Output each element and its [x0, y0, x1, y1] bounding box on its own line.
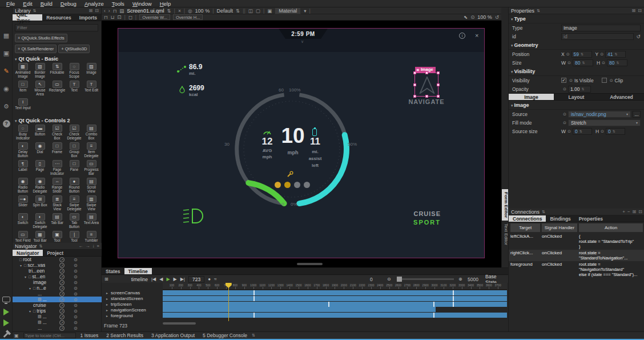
export-icon[interactable]: ↗	[59, 280, 65, 285]
resize-handle-s[interactable]	[425, 95, 428, 98]
export-icon[interactable]: ↗	[59, 257, 65, 262]
library-component-mouse-area[interactable]: ↖ Mouse Area	[31, 81, 49, 98]
export-icon[interactable]: ↗	[59, 320, 65, 325]
library-component-dial[interactable]: ◉ Dial	[31, 142, 49, 159]
output-pane-2-search-results[interactable]: 2 Search Results	[106, 333, 143, 338]
canvas-close-icon[interactable]: ×	[475, 32, 478, 39]
export-icon[interactable]: ↗	[59, 297, 65, 302]
build-button[interactable]	[0, 328, 13, 340]
expander-icon[interactable]: ▸	[106, 314, 111, 318]
navigator-item-scr-vas[interactable]: ▾□ scr...vas ↗ ⊙	[13, 262, 102, 268]
library-component-group-box[interactable]: □ Group Box	[66, 142, 83, 159]
library-component-text[interactable]: T Text	[66, 81, 83, 98]
keyframe-mark[interactable]	[253, 290, 255, 295]
navigator-item-n-e[interactable]: ▾□ n...e ↗ ⊙	[13, 285, 102, 291]
visibility-eye-icon[interactable]: ⊙	[74, 269, 78, 274]
library-component-focus-scope[interactable]: ◌ Focus Scope	[66, 63, 83, 80]
library-tab-resources[interactable]: Resources	[42, 14, 75, 21]
connection-row-foreground[interactable]: foreground onClicked root.state = "Navig…	[509, 261, 644, 278]
zoom-level[interactable]: 100 %	[195, 8, 210, 14]
split-pane-icon[interactable]: ⊞	[633, 209, 637, 214]
library-component-delay-button[interactable]: ◐ Delay Button	[14, 142, 31, 159]
library-component-tab-bar[interactable]: ▤ Tab Bar	[49, 213, 66, 230]
export-icon[interactable]: ↗	[59, 314, 65, 319]
resize-handle-sw[interactable]	[413, 95, 416, 98]
locator-input[interactable]	[23, 333, 76, 338]
menu-item-help[interactable]: Help	[156, 1, 175, 7]
library-component-page[interactable]: ▯ Page	[31, 160, 49, 177]
navigator-item-tri-een[interactable]: tri...een ↗ ⊙	[13, 268, 102, 274]
current-frame-field[interactable]: 723	[188, 276, 204, 283]
timeline-section-bar[interactable]	[163, 307, 436, 312]
visibility-eye-icon[interactable]: ⊙	[74, 314, 78, 319]
navigator-item-image[interactable]: image ↗ ⊙	[13, 279, 102, 285]
visibility-eye-icon[interactable]: ⊙	[74, 309, 78, 314]
edit-mode-icon[interactable]: ▣	[0, 47, 13, 59]
action-indicator-icon[interactable]: ⊙	[566, 52, 570, 57]
menu-item-build[interactable]: Build	[37, 1, 57, 7]
resize-handle-n[interactable]	[425, 71, 428, 74]
override-height-button[interactable]: Override H...	[173, 14, 203, 20]
curve-editor-icon[interactable]: ≈	[214, 277, 216, 282]
pane-selector-icon[interactable]: ⇅	[39, 244, 43, 249]
snap-icon[interactable]: ▢	[256, 8, 260, 14]
navigator-item-root[interactable]: □ root ↗ ⊙	[13, 257, 102, 262]
visibility-eye-icon[interactable]: ⊙	[74, 257, 78, 262]
split-pane-icon[interactable]: ⊞	[632, 8, 636, 13]
close-document-icon[interactable]: ×	[178, 8, 181, 14]
state-selector[interactable]: Default	[216, 8, 233, 14]
run-debug-button[interactable]	[0, 317, 13, 329]
library-tab-qml-types[interactable]: QML Types	[13, 14, 42, 21]
welcome-mode-icon[interactable]: ▦	[0, 29, 13, 42]
help-mode-icon[interactable]: ?	[0, 117, 13, 130]
move-right-icon[interactable]: →	[86, 243, 90, 249]
bounds-icon[interactable]: ▣	[267, 8, 272, 14]
resize-handle-se[interactable]	[437, 95, 440, 98]
section-type[interactable]: ▾ Type	[509, 14, 644, 23]
navigator-item-st-en[interactable]: ▾□ st...en ↗ ⊙	[13, 274, 102, 279]
clip-checkbox[interactable]	[602, 78, 607, 83]
library-component-pane[interactable]: □ Pane	[66, 160, 83, 177]
library-component-range-slider[interactable]: ⇔ Range Slider	[49, 178, 66, 195]
export-icon[interactable]: ↗	[59, 286, 65, 291]
export-icon[interactable]: ↗	[59, 291, 65, 297]
expander-icon[interactable]: ▾	[29, 286, 33, 290]
visibility-toggle-icon[interactable]: ◫	[248, 8, 253, 14]
projects-mode-icon[interactable]: ⚙	[0, 100, 13, 113]
sidebar-toggle-icon[interactable]: ▣	[14, 333, 19, 338]
menu-item-file[interactable]: File	[2, 1, 19, 7]
timeline-tab-states[interactable]: States	[102, 268, 124, 274]
navigator-item-trips[interactable]: ▾□ trips ↗ ⊙	[13, 308, 102, 314]
keyframe-mark[interactable]	[433, 302, 434, 307]
cursor-icon[interactable]: ⬉	[464, 14, 468, 20]
export-icon[interactable]: ↗	[59, 274, 65, 279]
move-left-icon[interactable]: ←	[79, 243, 83, 249]
library-component-text-edit[interactable]: T Text Edit	[83, 81, 100, 98]
timeline-section-bar[interactable]	[163, 302, 507, 307]
y-position-field[interactable]: 41⇅	[605, 51, 626, 58]
visibility-eye-icon[interactable]: ⊙	[74, 274, 78, 279]
source-combobox[interactable]: is/nav_nodir.png▾	[568, 111, 631, 118]
keyframe-mark[interactable]	[453, 290, 454, 295]
output-pane-selector-icon[interactable]: ⇅	[252, 333, 255, 338]
timeline-hscrollbar[interactable]	[163, 322, 196, 325]
source-browse-button[interactable]: ...	[633, 111, 641, 118]
add-connection-icon[interactable]: +	[622, 209, 625, 214]
id-input[interactable]	[561, 33, 634, 40]
resize-handle-nw[interactable]	[413, 71, 416, 74]
x-position-field[interactable]: 59⇅	[571, 51, 592, 58]
zoom-out-icon[interactable]: ⊖	[387, 277, 391, 282]
action-indicator-icon[interactable]: ⊙	[563, 87, 566, 91]
document-name[interactable]: Screen01.ui.qml	[127, 8, 164, 14]
menu-item-analyze[interactable]: Analyze	[80, 1, 108, 7]
selected-image-item[interactable]	[414, 73, 438, 97]
library-component-check-delegate[interactable]: ☑ Check Delegate	[66, 125, 83, 142]
library-component-round-button[interactable]: ● Round Button	[66, 178, 83, 195]
merge-icon[interactable]: ◻	[128, 14, 132, 20]
override-width-button[interactable]: Override W...	[139, 14, 170, 20]
library-component-combo-box[interactable]: ▤ Combo Box	[83, 125, 100, 142]
design-mode-icon[interactable]: ✎	[0, 65, 13, 77]
expander-icon[interactable]: ▸	[106, 302, 111, 306]
output-pane-1-issues[interactable]: 1 Issues	[80, 333, 99, 338]
reset-zoom-icon[interactable]: ↺	[495, 14, 499, 20]
